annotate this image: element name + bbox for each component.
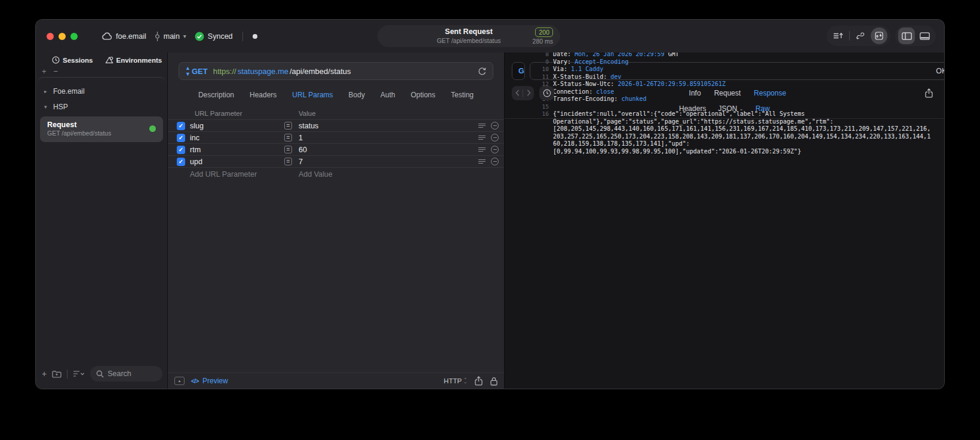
reorder-lines-icon[interactable]	[478, 122, 486, 129]
method-selector-arrows-icon: ▲▼	[185, 65, 190, 77]
tree-group-foe-email[interactable]: ▸ Foe.email	[37, 84, 166, 99]
titlebar-divider	[242, 32, 243, 41]
chevron-down-icon: ▾	[183, 33, 186, 39]
sent-request-pill[interactable]: Sent Request GET /api/embed/status 200 2…	[377, 25, 560, 47]
param-checkbox-cell: ✓	[168, 134, 190, 142]
param-value-input[interactable]: 60	[299, 146, 468, 154]
response-tab-info[interactable]: Info	[689, 89, 701, 97]
search-input[interactable]: Search	[90, 366, 162, 381]
maximize-window-button[interactable]	[70, 33, 78, 40]
request-tab-headers[interactable]: Headers	[250, 91, 277, 99]
param-row-actions	[468, 134, 504, 141]
collapse-panel-button[interactable]: ▲	[174, 377, 185, 385]
branch-selector[interactable]: main ▾	[155, 32, 186, 41]
remove-param-icon[interactable]	[491, 134, 499, 141]
sync-status[interactable]: Synced	[195, 32, 233, 41]
add-param-value-placeholder[interactable]: Add Value	[299, 170, 468, 179]
param-name-input[interactable]: rtm	[190, 146, 284, 154]
new-request-button[interactable]: +	[42, 369, 47, 379]
param-name-input[interactable]: upd	[190, 158, 284, 166]
lock-icon[interactable]	[490, 377, 497, 386]
request-order-button[interactable]	[830, 27, 846, 44]
response-subtab-headers[interactable]: Headers	[679, 104, 706, 113]
request-tab-body[interactable]: Body	[349, 91, 365, 99]
import-export-button[interactable]	[871, 27, 887, 44]
add-param-row[interactable]: Add URL Parameter Add Value	[168, 168, 504, 181]
remove-param-icon[interactable]	[491, 122, 499, 130]
protocol-label: HTTP	[444, 377, 462, 384]
tab-sessions[interactable]: Sessions	[52, 56, 93, 64]
sync-label: Synced	[208, 32, 233, 41]
reorder-lines-icon[interactable]	[478, 158, 486, 165]
response-raw-view[interactable]	[505, 119, 944, 389]
param-name-input[interactable]: inc	[190, 134, 284, 142]
resend-request-button[interactable]	[478, 67, 487, 76]
compare-swap-button[interactable]	[853, 27, 870, 44]
request-tab-options[interactable]: Options	[411, 91, 435, 99]
param-enabled-checkbox[interactable]: ✓	[177, 122, 185, 130]
request-tab-description[interactable]: Description	[198, 91, 234, 99]
param-enabled-checkbox[interactable]: ✓	[177, 146, 185, 154]
remove-param-icon[interactable]	[491, 158, 499, 165]
code-line: 9Vary: Accept-Encoding	[537, 59, 930, 66]
add-param-name-placeholder[interactable]: Add URL Parameter	[190, 170, 284, 179]
param-name-input[interactable]: slug	[190, 122, 284, 130]
column-header-value: Value	[299, 110, 468, 117]
close-window-button[interactable]	[47, 33, 54, 40]
response-subtab-json[interactable]: JSON ⌄	[718, 104, 744, 113]
unsaved-indicator-dot	[253, 34, 257, 39]
method-selector[interactable]: GET	[192, 67, 208, 76]
titlebar-toolbar	[827, 26, 936, 46]
request-list-item-selected[interactable]: Request GET /api/embed/status	[40, 116, 163, 142]
history-forward-button[interactable]	[523, 90, 534, 96]
request-tabs: DescriptionHeadersURL ParamsBodyAuthOpti…	[168, 87, 504, 107]
response-subtab-raw[interactable]: Raw	[755, 104, 770, 113]
reorder-lines-icon[interactable]	[478, 146, 486, 153]
param-value-input[interactable]: 1	[299, 134, 468, 142]
reorder-lines-icon[interactable]	[478, 134, 486, 141]
request-tab-auth[interactable]: Auth	[380, 91, 395, 99]
toggle-left-panel-button[interactable]	[898, 27, 915, 44]
equals-icon: =	[284, 122, 292, 130]
remove-item-button[interactable]: −	[54, 67, 59, 76]
preview-button[interactable]: </> Preview	[191, 377, 228, 385]
params-table: URL Parameter Value ✓slug=status✓inc=1✓r…	[168, 107, 504, 181]
main-area: Sessions Environments + − ▸ Foe.email	[36, 53, 944, 389]
param-enabled-checkbox[interactable]: ✓	[177, 134, 185, 142]
project-button[interactable]: foe.email	[102, 32, 146, 41]
sent-request-subtitle: GET /api/embed/status	[419, 37, 518, 45]
param-value-input[interactable]: 7	[299, 158, 468, 166]
param-checkbox-cell: ✓	[168, 122, 190, 130]
export-response-button[interactable]	[921, 86, 936, 100]
sent-request-url[interactable]: GET https://statuspage.me/api/embed/stat…	[512, 62, 525, 80]
tab-environments[interactable]: Environments	[105, 56, 162, 64]
add-item-button[interactable]: +	[42, 67, 47, 76]
history-back-button[interactable]	[512, 90, 523, 96]
param-row-actions	[468, 122, 504, 130]
sort-filter-button[interactable]	[73, 370, 85, 377]
request-tab-testing[interactable]: Testing	[451, 91, 474, 99]
sidebar: Sessions Environments + − ▸ Foe.email	[36, 53, 168, 389]
minimize-window-button[interactable]	[59, 33, 66, 40]
remove-param-icon[interactable]	[491, 146, 499, 153]
request-url-bar[interactable]: ▲▼ GET https://statuspage.me/api/embed/s…	[179, 62, 493, 80]
protocol-selector[interactable]: HTTP ⌃⌄	[444, 377, 467, 384]
toolbar-group-layout	[895, 26, 936, 46]
request-tab-url-params[interactable]: URL Params	[292, 91, 333, 99]
history-clock-button[interactable]	[539, 86, 554, 100]
share-request-button[interactable]	[475, 376, 483, 386]
tree-group-hsp[interactable]: ▾ HSP	[37, 99, 166, 115]
response-tab-response[interactable]: Response	[754, 89, 786, 97]
branch-name: main	[164, 32, 180, 41]
param-enabled-checkbox[interactable]: ✓	[177, 158, 185, 166]
param-value-input[interactable]: status	[299, 122, 468, 130]
window-controls	[36, 33, 78, 40]
toggle-bottom-panel-button[interactable]	[916, 27, 933, 44]
request-panel: ▲▼ GET https://statuspage.me/api/embed/s…	[168, 53, 505, 389]
chevron-down-icon: ⌄	[739, 106, 744, 112]
new-group-button[interactable]	[52, 370, 62, 378]
chevron-right-icon: ▸	[44, 88, 49, 94]
environments-icon	[105, 56, 113, 64]
response-tab-request[interactable]: Request	[714, 89, 741, 97]
git-commit-icon	[155, 32, 160, 41]
